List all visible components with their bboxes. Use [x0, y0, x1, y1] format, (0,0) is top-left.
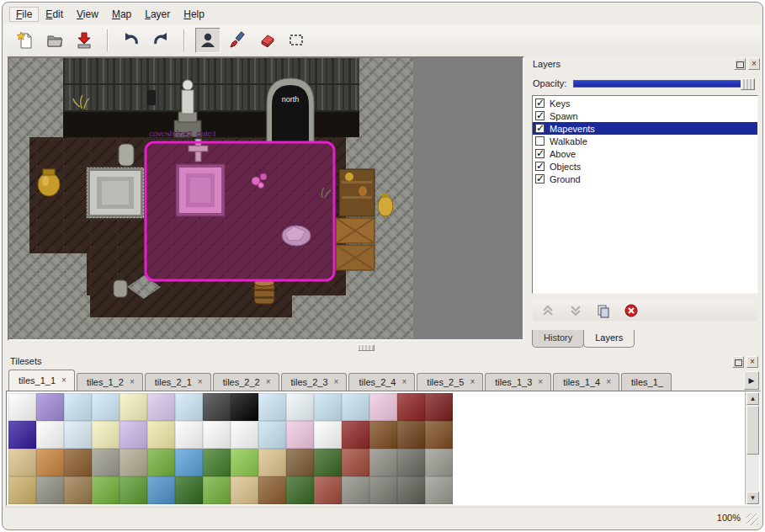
map-canvas[interactable]: north caveshrine2_gate1 — [9, 58, 523, 339]
palette-tile[interactable] — [397, 421, 425, 449]
layer-row[interactable]: Ground — [533, 173, 757, 185]
palette-tile[interactable] — [203, 449, 231, 476]
palette-tile[interactable] — [258, 449, 286, 476]
brush-tool-button[interactable] — [225, 28, 250, 53]
palette-tile[interactable] — [120, 449, 147, 476]
float-dock-icon[interactable] — [732, 356, 744, 368]
palette-tile[interactable] — [369, 449, 397, 476]
select-tool-button[interactable] — [284, 28, 309, 53]
palette-tile[interactable] — [64, 476, 92, 504]
palette-tile[interactable] — [425, 393, 453, 421]
palette-tile[interactable] — [286, 421, 314, 449]
tab-close-icon[interactable]: × — [470, 378, 475, 386]
palette-tile[interactable] — [175, 421, 203, 449]
palette-tile[interactable] — [425, 476, 453, 504]
tab-scroll-right-button[interactable]: ▶ — [744, 371, 759, 390]
palette-tile[interactable] — [8, 476, 36, 504]
palette-tile[interactable] — [92, 393, 120, 421]
layer-checkbox[interactable] — [535, 98, 545, 108]
menu-item-edit[interactable]: Edit — [39, 7, 70, 22]
layer-checkbox[interactable] — [535, 174, 545, 184]
palette-tile[interactable] — [64, 449, 92, 476]
menu-item-help[interactable]: Help — [177, 7, 211, 22]
tileset-tab[interactable]: tiles_2_2 × — [213, 373, 279, 391]
menu-item-map[interactable]: Map — [105, 7, 138, 22]
palette-tile[interactable] — [175, 476, 203, 504]
palette-tile[interactable] — [231, 476, 258, 504]
tab-close-icon[interactable]: × — [402, 378, 407, 386]
menu-item-view[interactable]: View — [70, 7, 105, 22]
palette-tile[interactable] — [92, 476, 120, 504]
palette-tile[interactable] — [147, 476, 175, 504]
tileset-tab[interactable]: tiles_2_5 × — [417, 373, 483, 391]
tileset-tab[interactable]: tiles_1_ — [621, 373, 672, 391]
opacity-slider-handle[interactable] — [741, 78, 755, 90]
tab-close-icon[interactable]: × — [538, 378, 543, 386]
palette-tile[interactable] — [286, 393, 314, 421]
tileset-tab[interactable]: tiles_1_4 × — [553, 373, 619, 391]
save-button[interactable] — [72, 28, 97, 53]
palette-tile[interactable] — [397, 449, 425, 476]
palette-tile[interactable] — [425, 449, 453, 476]
delete-layer-button[interactable] — [623, 302, 640, 319]
palette-tile[interactable] — [8, 449, 36, 476]
palette-tile[interactable] — [231, 449, 258, 476]
palette-tile[interactable] — [8, 393, 36, 421]
palette-tile[interactable] — [8, 421, 36, 449]
palette-tile[interactable] — [397, 476, 425, 504]
map-viewport[interactable]: north caveshrine2_gate1 — [8, 56, 524, 341]
palette-tile[interactable] — [286, 476, 314, 504]
layer-row[interactable]: Keys — [533, 97, 757, 109]
tileset-tab[interactable]: tiles_1_2 × — [77, 373, 143, 391]
layer-row[interactable]: Spawn — [533, 109, 757, 122]
raise-layer-button[interactable] — [539, 302, 556, 319]
palette-tile[interactable] — [231, 393, 258, 421]
menu-item-file[interactable]: File — [9, 7, 39, 22]
layer-checkbox[interactable] — [535, 162, 545, 171]
palette-tile[interactable] — [203, 421, 231, 449]
tileset-tab[interactable]: tiles_2_1 × — [145, 373, 211, 391]
palette-tile[interactable] — [258, 393, 286, 421]
menu-item-layer[interactable]: Layer — [138, 7, 177, 22]
new-file-button[interactable] — [13, 28, 38, 53]
layer-checkbox[interactable] — [535, 136, 545, 146]
palette-tile[interactable] — [64, 421, 92, 449]
palette-tile[interactable] — [203, 476, 231, 504]
palette-tile[interactable] — [120, 421, 147, 449]
layer-row[interactable]: Objects — [533, 160, 757, 173]
tab-close-icon[interactable]: × — [606, 378, 611, 386]
palette-tile[interactable] — [342, 393, 369, 421]
palette-tile[interactable] — [147, 421, 175, 449]
tileset-tab[interactable]: tiles_1_3 × — [485, 373, 551, 391]
undo-button[interactable] — [119, 28, 144, 53]
palette-tile[interactable] — [342, 476, 369, 504]
lower-layer-button[interactable] — [567, 302, 584, 319]
palette-tile[interactable] — [258, 421, 286, 449]
palette-tile[interactable] — [120, 393, 147, 421]
palette-tile[interactable] — [397, 393, 425, 421]
close-dock-icon[interactable]: × — [748, 58, 760, 70]
tab-history[interactable]: History — [532, 330, 584, 348]
palette-tile[interactable] — [36, 393, 64, 421]
tab-close-icon[interactable]: × — [130, 378, 135, 386]
palette-tile[interactable] — [342, 449, 369, 476]
layer-row[interactable]: Mapevents — [533, 122, 757, 135]
palette-tile[interactable] — [314, 449, 342, 476]
float-dock-icon[interactable] — [734, 58, 746, 70]
scrollbar-thumb[interactable] — [746, 406, 759, 455]
tab-close-icon[interactable]: × — [198, 378, 203, 386]
tileset-palette[interactable] — [8, 393, 453, 504]
layer-row[interactable]: Walkable — [533, 135, 757, 147]
palette-tile[interactable] — [342, 421, 369, 449]
palette-tile[interactable] — [203, 393, 231, 421]
layer-checkbox[interactable] — [535, 149, 545, 158]
palette-tile[interactable] — [92, 449, 120, 476]
tileset-tab[interactable]: tiles_2_4 × — [348, 373, 415, 391]
palette-tile[interactable] — [314, 393, 342, 421]
palette-tile[interactable] — [314, 421, 342, 449]
resize-grip[interactable] — [746, 513, 758, 525]
tab-layers[interactable]: Layers — [583, 330, 635, 348]
palette-tile[interactable] — [425, 421, 453, 449]
palette-tile[interactable] — [314, 476, 342, 504]
palette-tile[interactable] — [369, 421, 397, 449]
